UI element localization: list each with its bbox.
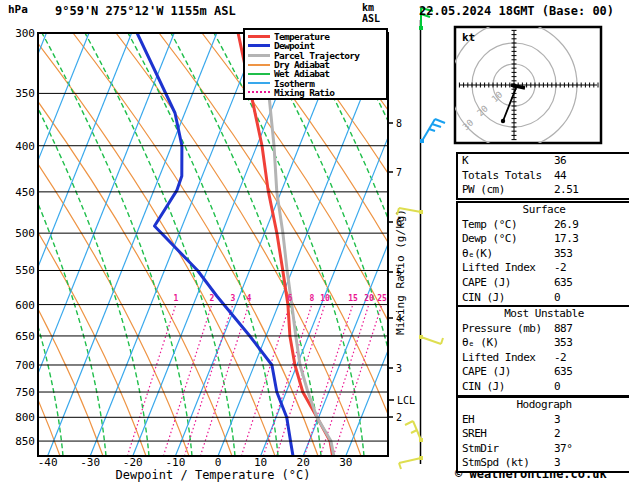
row-label: CAPE (J): [462, 365, 554, 380]
row-label: θₑ(K): [462, 247, 554, 262]
wind-barb-dot: [419, 335, 423, 339]
wind-barb: [421, 337, 441, 344]
legend-line-sample: [248, 44, 270, 47]
wind-barb: [435, 119, 445, 123]
row-value: 36: [554, 154, 566, 169]
pressure-tick-label: 450: [15, 186, 35, 199]
hodograph-trace-endpoint: [501, 119, 505, 123]
hodograph-table: Hodograph EH3SREH2StmDir37°StmSpd (kt)3: [456, 396, 629, 473]
table-row: StmSpd (kt)3: [458, 456, 629, 471]
row-value: 353: [554, 247, 572, 262]
row-label: Totals Totals: [462, 169, 554, 184]
pressure-tick-label: 300: [15, 27, 35, 40]
legend-item: Temperature: [248, 32, 384, 41]
table-row: θₑ(K)353: [458, 247, 629, 262]
km-label: km: [362, 2, 380, 13]
legend-item: Mixing Ratio: [248, 88, 384, 97]
table-row: SREH2: [458, 427, 629, 442]
legend-line-sample: [248, 91, 270, 93]
row-value: 3: [554, 413, 560, 428]
table-row: CAPE (J)635: [458, 276, 629, 291]
wet-adiabat-line: [85, 33, 235, 456]
legend-line-sample: [248, 64, 270, 66]
isotherm-line: [0, 33, 4, 456]
row-value: 37°: [554, 442, 572, 457]
isotherm-line: [48, 33, 217, 456]
wind-barb: [441, 338, 443, 344]
wind-barb-dot: [419, 438, 423, 442]
pressure-tick-label: 650: [15, 330, 35, 343]
km-tick-label: 8: [396, 118, 402, 129]
table-header: Most Unstable: [458, 307, 629, 322]
table-row: Dewp (°C)17.3: [458, 232, 629, 247]
table-row: CIN (J)0: [458, 380, 629, 395]
row-label: Lifted Index: [462, 261, 554, 276]
legend-line-sample: [248, 82, 270, 84]
mixing-ratio-label: 10: [320, 294, 330, 303]
mixing-ratio-label: 8: [310, 294, 315, 303]
row-label: Lifted Index: [462, 351, 554, 366]
row-label: CIN (J): [462, 380, 554, 395]
row-value: 3: [554, 456, 560, 471]
row-value: 0: [554, 291, 560, 306]
table-row: CIN (J)0: [458, 291, 629, 306]
wind-barb-dot: [419, 456, 423, 460]
dry-adiabat-line: [30, 33, 275, 456]
wind-barb: [399, 463, 401, 469]
isotherm-line: [90, 33, 259, 456]
row-label: CAPE (J): [462, 276, 554, 291]
legend: TemperatureDewpointParcel TrajectoryDry …: [243, 28, 388, 100]
row-value: 887: [554, 322, 572, 337]
x-axis-title: Dewpoint / Temperature (°C): [115, 468, 310, 482]
row-value: 635: [554, 276, 572, 291]
pressure-tick-label: 400: [15, 140, 35, 153]
row-label: SREH: [462, 427, 554, 442]
wind-barb: [432, 124, 441, 127]
mixing-ratio-line: [163, 304, 212, 456]
legend-line-sample: [248, 73, 270, 75]
wind-barb: [429, 129, 435, 131]
pressure-tick-label: 850: [15, 435, 35, 448]
wind-barb-dot: [419, 26, 423, 30]
wind-barb: [411, 430, 417, 433]
wind-barb-dot: [420, 139, 424, 143]
pressure-tick-label: 750: [15, 386, 35, 399]
table-row: Lifted Index-2: [458, 261, 629, 276]
temp-tick-label: -40: [38, 456, 58, 469]
table-row: θₑ (K)353: [458, 336, 629, 351]
table-row: StmDir37°: [458, 442, 629, 457]
temp-tick-label: 30: [339, 456, 352, 469]
mixing-ratio-label: 1: [174, 294, 179, 303]
asl-label: ASL: [362, 13, 380, 24]
pressure-tick-label: 700: [15, 359, 35, 372]
mixing-ratio-label: 6: [288, 294, 293, 303]
table-row: K36: [458, 154, 629, 169]
legend-label: Mixing Ratio: [274, 87, 334, 98]
row-value: 0: [554, 380, 560, 395]
table-row: Totals Totals44: [458, 169, 629, 184]
pressure-tick-label: 550: [15, 264, 35, 277]
lcl-label: LCL: [397, 395, 415, 406]
mixing-ratio-label: 25: [377, 294, 387, 303]
mixing-ratio-axis-title: Mixing Ratio (g/kg): [394, 209, 407, 335]
row-label: CIN (J): [462, 291, 554, 306]
row-label: K: [462, 154, 554, 169]
wet-adiabat-line: [42, 33, 192, 456]
row-value: 26.9: [554, 218, 579, 233]
table-row: Lifted Index-2: [458, 351, 629, 366]
legend-line-sample: [248, 35, 270, 38]
row-label: StmSpd (kt): [462, 456, 554, 471]
pressure-tick-label: 800: [15, 411, 35, 424]
mixing-ratio-label: 15: [348, 294, 358, 303]
mixing-ratio-line: [333, 304, 382, 456]
pressure-tick-label: 600: [15, 299, 35, 312]
table-row: CAPE (J)635: [458, 365, 629, 380]
km-tick-label: 3: [396, 363, 402, 374]
temp-tick-label: -30: [80, 456, 100, 469]
hodograph-unit-label: kt: [462, 31, 475, 44]
row-value: 2.51: [554, 183, 579, 198]
mixing-ratio-line: [184, 304, 233, 456]
row-value: 44: [554, 169, 566, 184]
row-value: -2: [554, 351, 566, 366]
mixing-ratio-label: 4: [247, 294, 252, 303]
